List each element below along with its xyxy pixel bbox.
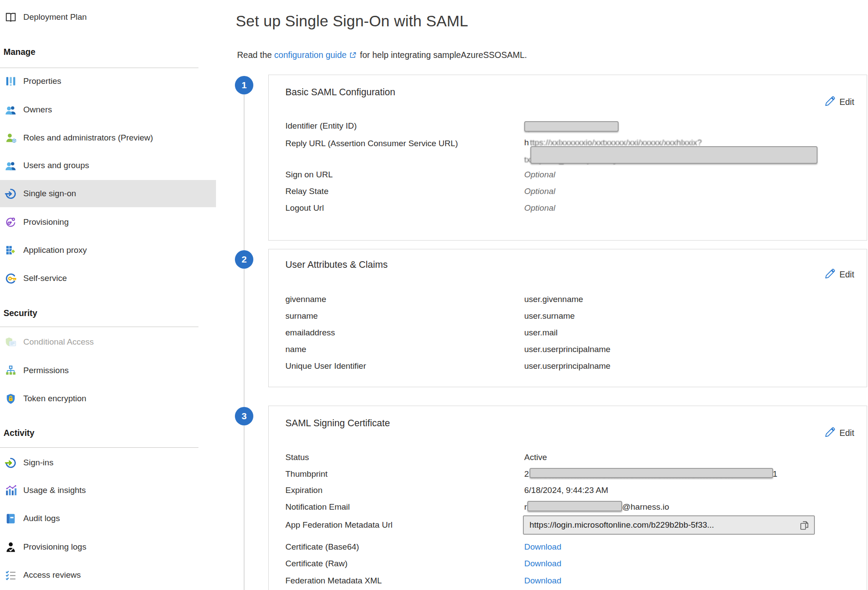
- sidebar-item-label: Users and groups: [23, 161, 89, 170]
- metadata-url-field[interactable]: https://login.microsoftonline.com/b229b2…: [523, 515, 815, 535]
- expiration-label: Expiration: [285, 485, 323, 496]
- card-title: SAML Signing Certificate: [285, 418, 390, 429]
- sidebar-item-provisioning[interactable]: Provisioning: [0, 209, 216, 236]
- checklist-icon: [4, 569, 17, 581]
- relay-state-label: Relay State: [285, 186, 328, 197]
- sidebar-item-audit-logs[interactable]: Audit logs: [0, 505, 216, 532]
- app-proxy-icon: [4, 244, 17, 256]
- card-title: User Attributes & Claims: [285, 259, 388, 270]
- step-1-badge: 1: [235, 76, 253, 94]
- sidebar-item-properties[interactable]: Properties: [0, 68, 216, 95]
- logout-url-value: Optional: [524, 203, 555, 213]
- sidebar-item-label: Token encryption: [23, 394, 86, 403]
- claim-value: user.mail: [524, 327, 558, 338]
- logout-url-label: Logout Url: [285, 203, 324, 213]
- pencil-icon: [825, 427, 836, 439]
- azure-sso-saml-page: { "sidebar": { "deployment_plan": "Deplo…: [0, 0, 868, 590]
- role-person-icon: [4, 132, 17, 144]
- step-3-badge: 3: [235, 407, 253, 425]
- people-icon: [4, 104, 17, 116]
- book-icon: [4, 11, 17, 23]
- claim-value: user.userprincipalname: [524, 344, 610, 355]
- sidebar-item-label: Single sign-on: [23, 189, 76, 198]
- identifier-redaction-bar: [524, 121, 619, 132]
- sign-on-url-value: Optional: [524, 169, 555, 180]
- sidebar-item-application-proxy[interactable]: Application proxy: [0, 237, 216, 264]
- edit-button-label: Edit: [839, 428, 854, 438]
- page-title: Set up Single Sign-On with SAML: [236, 12, 468, 30]
- relay-state-value: Optional: [524, 186, 555, 197]
- sidebar-item-label: Sign-ins: [23, 458, 54, 468]
- edit-claims-button[interactable]: Edit: [825, 268, 854, 281]
- thumbprint-visible-prefix: 2: [524, 469, 529, 479]
- sidebar-item-label: Provisioning logs: [23, 542, 86, 552]
- sidebar-item-usage-insights[interactable]: Usage & insights: [0, 477, 216, 504]
- person-check-icon: [4, 541, 17, 553]
- claim-label: givenname: [285, 294, 326, 305]
- claim-value: user.givenname: [524, 294, 583, 305]
- card-title: Basic SAML Configuration: [285, 87, 395, 98]
- status-value: Active: [524, 452, 547, 463]
- sidebar-item-self-service[interactable]: Self-service: [0, 265, 216, 292]
- signin-arrow-icon: [4, 457, 17, 469]
- sidebar-item-provisioning-logs[interactable]: Provisioning logs: [0, 533, 216, 561]
- sidebar-item-label: Owners: [23, 105, 52, 115]
- sidebar-item-token-encryption[interactable]: Token encryption: [0, 385, 216, 412]
- shield-lock-icon: [4, 392, 17, 405]
- intro-text: Read the configuration guide for help in…: [237, 50, 527, 60]
- reply-url-redaction-bar: [530, 146, 818, 164]
- copy-icon[interactable]: [799, 519, 810, 531]
- sidebar-section-activity: Activity: [4, 426, 34, 439]
- thumbprint-label: Thumbprint: [285, 469, 328, 479]
- intro-prefix: Read the: [237, 50, 274, 60]
- federation-metadata-xml-download-link[interactable]: Download: [524, 576, 562, 586]
- sidebar-item-label: Deployment Plan: [23, 12, 87, 22]
- status-label: Status: [285, 452, 309, 463]
- sidebar-item-permissions[interactable]: Permissions: [0, 357, 216, 384]
- sidebar-item-label: Application proxy: [23, 245, 87, 255]
- sidebar-item-label: Self-service: [23, 273, 67, 283]
- notification-email-visible-suffix: @harness.io: [622, 502, 669, 512]
- claim-label: name: [285, 344, 306, 355]
- sidebar-item-deployment-plan[interactable]: Deployment Plan: [0, 4, 216, 31]
- properties-icon: [4, 75, 17, 87]
- sidebar: Deployment Plan Manage Properties Owners…: [0, 0, 216, 590]
- claim-value: user.userprincipalname: [524, 361, 610, 371]
- sidebar-item-single-sign-on[interactable]: Single sign-on: [0, 180, 216, 207]
- sso-arrow-icon: [4, 187, 17, 200]
- configuration-guide-link[interactable]: configuration guide: [274, 50, 347, 60]
- audit-book-icon: [4, 512, 17, 525]
- org-chart-icon: [4, 364, 17, 377]
- sidebar-item-users-groups[interactable]: Users and groups: [0, 152, 216, 179]
- sidebar-section-security: Security: [4, 306, 37, 320]
- sidebar-item-owners[interactable]: Owners: [0, 96, 216, 123]
- sidebar-item-access-reviews[interactable]: Access reviews: [0, 561, 216, 589]
- certificate-raw-download-link[interactable]: Download: [524, 558, 562, 569]
- sidebar-item-label: Permissions: [23, 366, 68, 375]
- step-2-badge: 2: [235, 250, 253, 269]
- certificate-raw-label: Certificate (Raw): [285, 558, 347, 569]
- thumbprint-visible-suffix: 1: [773, 469, 778, 479]
- sidebar-section-manage: Manage: [4, 45, 36, 58]
- edit-certificate-button[interactable]: Edit: [825, 426, 854, 439]
- thumbprint-redaction-bar: [529, 468, 773, 478]
- notification-email-redaction-bar: [527, 501, 622, 511]
- metadata-url-label: App Federation Metadata Url: [285, 520, 393, 530]
- divider: [0, 327, 198, 327]
- sidebar-item-roles-administrators[interactable]: Roles and administrators (Preview): [0, 124, 216, 151]
- sign-on-url-label: Sign on URL: [285, 169, 333, 180]
- provisioning-icon: [4, 216, 17, 228]
- shield-list-icon: [4, 336, 17, 348]
- edit-basic-saml-button[interactable]: Edit: [825, 95, 854, 108]
- identifier-label: Identifier (Entity ID): [285, 121, 357, 131]
- self-service-key-icon: [4, 272, 17, 284]
- pencil-icon: [825, 268, 836, 281]
- sidebar-item-sign-ins[interactable]: Sign-ins: [0, 449, 216, 476]
- certificate-base64-download-link[interactable]: Download: [524, 542, 562, 552]
- sidebar-item-label: Access reviews: [23, 570, 81, 580]
- reply-url-visible-prefix: h: [524, 137, 529, 148]
- sidebar-item-label: Usage & insights: [23, 486, 86, 495]
- claim-label: surname: [285, 311, 318, 321]
- notification-email-visible-prefix: r: [524, 502, 527, 512]
- sidebar-item-label: Roles and administrators (Preview): [23, 133, 153, 143]
